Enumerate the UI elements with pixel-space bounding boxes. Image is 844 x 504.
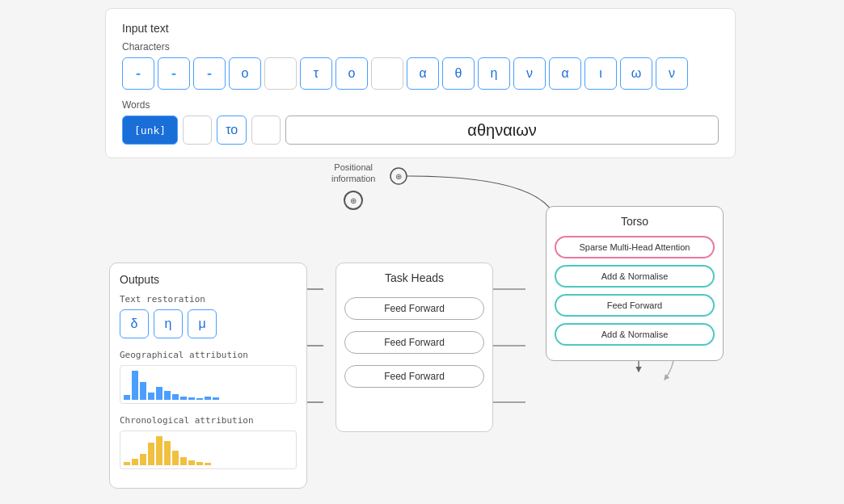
char-box-4[interactable]	[264, 57, 297, 90]
char-box-12[interactable]: α	[549, 57, 581, 90]
chron-bar	[188, 460, 195, 465]
chron-bar	[140, 454, 146, 465]
chron-bar	[205, 463, 211, 465]
words-label: Words	[122, 99, 719, 111]
char-box-3[interactable]: ο	[229, 57, 261, 90]
word-unk[interactable]: [unk]	[122, 116, 178, 145]
char-box-9[interactable]: θ	[442, 57, 475, 90]
char-box-5[interactable]: τ	[300, 57, 332, 90]
geo-bar	[164, 391, 171, 400]
geo-label: Geographical attribution	[120, 350, 297, 360]
word-empty-1[interactable]	[183, 116, 212, 145]
add-norm-label-2: Add & Normalise	[601, 330, 669, 339]
geo-bar	[156, 387, 162, 400]
geo-bar	[124, 395, 130, 400]
geo-chart	[120, 365, 297, 404]
char-box-0[interactable]: -	[122, 57, 154, 90]
input-text-section: Input text Characters - - - ο τ ο α θ η …	[105, 8, 736, 158]
chron-label: Chronological attribution	[120, 415, 297, 426]
geo-bar	[188, 397, 195, 400]
char-box-6[interactable]: ο	[335, 57, 368, 90]
chron-bar	[148, 443, 154, 465]
ff-task-3: Feed Forward	[344, 365, 484, 388]
torso-title: Torso	[555, 215, 715, 228]
torso-box: Torso Sparse Multi-Head Attention Add & …	[546, 206, 724, 361]
text-restoration-chars: δ η μ	[120, 309, 297, 338]
chron-bar	[164, 441, 171, 465]
chron-bar	[156, 436, 162, 465]
outputs-panel: Outputs Text restoration δ η μ Geographi…	[109, 262, 307, 489]
task-heads-panel: Task Heads Feed Forward Feed Forward Fee…	[335, 262, 493, 432]
ff-box-torso: Feed Forward	[555, 294, 715, 317]
svg-point-0	[390, 168, 407, 184]
ff-torso-label: Feed Forward	[607, 300, 662, 310]
geo-bar	[205, 397, 211, 401]
word-to[interactable]: το	[217, 116, 247, 145]
text-restoration-label: Text restoration	[120, 294, 297, 304]
char-box-8[interactable]: α	[407, 57, 439, 90]
characters-row: - - - ο τ ο α θ η ν α ι ω ν	[122, 57, 719, 90]
char-box-1[interactable]: -	[158, 57, 190, 90]
words-row: [unk] το αθηναιων	[122, 116, 719, 145]
svg-text:⊕: ⊕	[395, 172, 402, 181]
ff-task-2: Feed Forward	[344, 331, 484, 354]
chron-bar	[132, 459, 138, 465]
add-norm-box-2: Add & Normalise	[555, 323, 715, 346]
add-norm-label-1: Add & Normalise	[601, 271, 669, 281]
smha-label: Sparse Multi-Head Attention	[580, 242, 690, 252]
positional-info-label: Positionalinformation	[331, 162, 375, 183]
chron-chart	[120, 430, 297, 469]
geo-bar	[140, 382, 146, 401]
out-char-eta: η	[154, 309, 183, 338]
char-box-2[interactable]: -	[193, 57, 226, 90]
outputs-title: Outputs	[120, 273, 297, 286]
char-box-15[interactable]: ν	[656, 57, 688, 90]
char-box-7[interactable]	[371, 57, 403, 90]
characters-label: Characters	[122, 41, 719, 52]
geo-bar	[172, 394, 179, 400]
geo-bar	[196, 398, 203, 400]
chron-bar	[172, 451, 179, 465]
geo-bar	[148, 393, 154, 400]
add-norm-box-1: Add & Normalise	[555, 265, 715, 288]
input-text-label: Input text	[122, 22, 719, 35]
geo-bar	[132, 371, 138, 400]
geo-bar	[180, 397, 187, 401]
char-box-10[interactable]: η	[478, 57, 510, 90]
word-athinaion[interactable]: αθηναιων	[285, 116, 719, 145]
diagram-area: ⊕	[105, 158, 736, 504]
word-empty-2[interactable]	[251, 116, 281, 145]
positional-info-circle: ⊕	[344, 191, 363, 210]
chron-bar	[180, 457, 187, 465]
char-box-14[interactable]: ω	[620, 57, 652, 90]
chron-bar	[196, 462, 203, 465]
task-heads-title: Task Heads	[344, 271, 484, 284]
smha-box: Sparse Multi-Head Attention	[555, 236, 715, 258]
geo-bar	[213, 397, 219, 400]
char-box-13[interactable]: ι	[584, 57, 617, 90]
out-char-delta: δ	[120, 309, 149, 338]
chron-bar	[124, 462, 130, 465]
ff-task-1: Feed Forward	[344, 297, 484, 320]
char-box-11[interactable]: ν	[513, 57, 546, 90]
positional-info: Positionalinformation ⊕	[331, 162, 375, 210]
out-char-mu: μ	[188, 309, 217, 338]
